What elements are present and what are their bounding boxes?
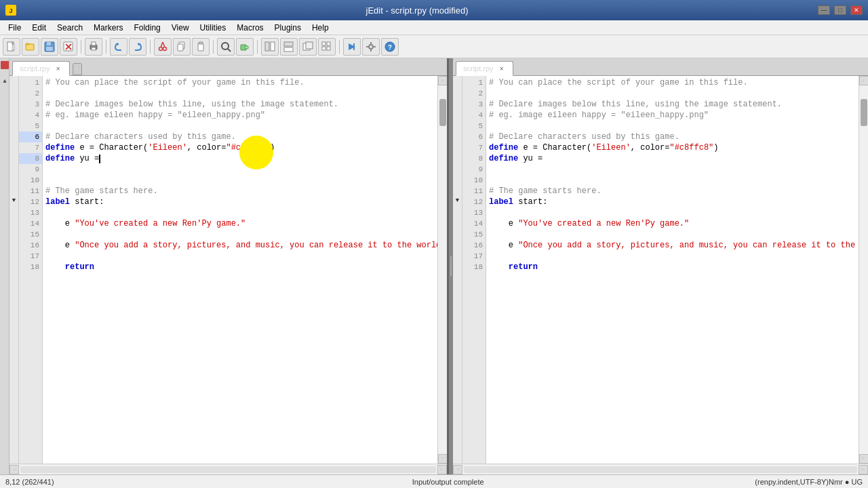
- menu-view[interactable]: View: [166, 22, 195, 34]
- h-scroll-track-right: [464, 466, 857, 473]
- left-tab-script[interactable]: script.rpy ×: [12, 61, 70, 76]
- toolbar-sep-1: [81, 40, 81, 54]
- toolbar-sep-2: [106, 40, 106, 54]
- v-scrollbar-left[interactable]: ▲ ▼: [437, 76, 447, 464]
- scroll-up-left[interactable]: ▲: [438, 76, 448, 85]
- code-line-2: [45, 88, 435, 99]
- right-code-line-4: # eg. image eileen happy = "eileen_happy…: [489, 110, 856, 121]
- svg-rect-34: [284, 47, 293, 52]
- code-line-10: [45, 175, 435, 186]
- left-tab-bar: script.rpy × ▾: [9, 58, 447, 76]
- menu-help[interactable]: Help: [307, 22, 334, 34]
- scroll-down-right[interactable]: ▼: [859, 454, 869, 464]
- menu-utilities[interactable]: Utilities: [195, 22, 232, 34]
- svg-rect-38: [327, 42, 330, 45]
- svg-rect-33: [284, 42, 293, 46]
- scroll-thumb-left[interactable]: [439, 99, 446, 126]
- menu-search[interactable]: Search: [52, 22, 88, 34]
- code-line-13: [45, 207, 435, 218]
- paste-button[interactable]: [192, 38, 210, 56]
- svg-rect-40: [327, 47, 330, 50]
- editor-panel-left: script.rpy × ▾ ▼: [9, 58, 449, 474]
- code-area-right[interactable]: # You can place the script of your game …: [486, 76, 859, 464]
- window-title: jEdit - script.rpy (modified): [16, 5, 818, 16]
- print-button[interactable]: [85, 38, 102, 56]
- titlebar: J jEdit - script.rpy (modified) — □ ✕: [0, 0, 868, 20]
- right-code-line-13: [489, 207, 856, 218]
- code-line-16: e "Once you add a story, pictures, and m…: [45, 240, 435, 251]
- copy-button[interactable]: [173, 38, 191, 56]
- left-tab-close[interactable]: ×: [54, 64, 62, 73]
- h-scrollbar-left[interactable]: ◀ ▶: [9, 464, 447, 474]
- menu-file[interactable]: File: [3, 22, 26, 34]
- right-tab-close[interactable]: ×: [498, 64, 506, 73]
- maximize-button[interactable]: □: [834, 5, 846, 15]
- svg-point-20: [163, 47, 167, 50]
- menu-markers[interactable]: Markers: [88, 22, 128, 34]
- scroll-left-left[interactable]: ◀: [9, 465, 19, 474]
- code-line-6: # Declare characters used by this game.: [45, 131, 435, 142]
- right-code-line-9: [489, 164, 856, 175]
- toolbar-sep-3: [150, 40, 151, 54]
- close-button[interactable]: ✕: [850, 5, 863, 15]
- new-button[interactable]: [3, 38, 20, 56]
- minimize-button[interactable]: —: [818, 5, 830, 15]
- v-scrollbar-right[interactable]: ▲ ▼: [859, 76, 868, 464]
- code-line-12: label start:: [45, 197, 435, 207]
- svg-rect-15: [92, 42, 96, 45]
- new-tab-button[interactable]: ▾: [73, 63, 82, 75]
- cut-button[interactable]: [154, 38, 172, 56]
- right-code-line-3: # Declare images below this line, using …: [489, 99, 856, 110]
- macro-button[interactable]: [343, 38, 361, 56]
- view-float[interactable]: [299, 38, 317, 56]
- right-code-line-8: define yu =: [489, 153, 856, 164]
- right-code-line-15: [489, 229, 856, 240]
- svg-text:J: J: [9, 7, 12, 14]
- window-controls[interactable]: — □ ✕: [818, 5, 863, 15]
- scroll-right-right[interactable]: ▶: [859, 465, 868, 474]
- scroll-thumb-right[interactable]: [861, 99, 867, 126]
- svg-line-22: [163, 42, 165, 47]
- svg-rect-16: [92, 47, 96, 50]
- plugin-button[interactable]: [236, 38, 254, 56]
- svg-rect-24: [178, 44, 183, 51]
- view-split2[interactable]: [280, 38, 298, 56]
- undo-button[interactable]: [110, 38, 127, 56]
- side-icon-file[interactable]: [1, 61, 9, 69]
- h-scrollbar-right[interactable]: ◀ ▶: [453, 464, 868, 474]
- code-area-left[interactable]: # You can place the script of your game …: [43, 76, 437, 464]
- menu-plugins[interactable]: Plugins: [269, 22, 307, 34]
- code-line-5: [45, 121, 435, 131]
- svg-rect-31: [265, 42, 269, 51]
- menu-macros[interactable]: Macros: [231, 22, 269, 34]
- open-button[interactable]: [22, 38, 39, 56]
- svg-line-21: [161, 42, 163, 47]
- svg-point-27: [222, 43, 229, 49]
- menu-edit[interactable]: Edit: [26, 22, 52, 34]
- toolbar: ?: [0, 35, 868, 58]
- help-button[interactable]: ?: [381, 38, 399, 56]
- redo-button[interactable]: [129, 38, 146, 56]
- menu-folding[interactable]: Folding: [128, 22, 165, 34]
- svg-rect-25: [198, 43, 203, 51]
- scroll-right-left[interactable]: ▶: [437, 465, 447, 474]
- save-button[interactable]: [41, 38, 58, 56]
- main-area: ▼ script.rpy × ▾: [0, 58, 868, 474]
- settings-button[interactable]: [362, 38, 380, 56]
- fold-arrow-start[interactable]: ▼: [9, 195, 18, 206]
- search-button[interactable]: [217, 38, 235, 56]
- svg-rect-30: [245, 46, 248, 49]
- scroll-down-left[interactable]: ▼: [438, 454, 448, 464]
- right-code-line-12: label start:: [489, 197, 856, 207]
- scroll-up-right[interactable]: ▲: [859, 76, 869, 85]
- scroll-left-right[interactable]: ◀: [453, 465, 462, 474]
- view-split1[interactable]: [261, 38, 279, 56]
- right-code-line-7: define e = Character('Eileen', color="#c…: [489, 142, 856, 153]
- right-tab-script[interactable]: script.rpy ×: [456, 61, 513, 76]
- svg-point-43: [369, 45, 373, 49]
- status-position: 8,12 (262/441): [5, 478, 141, 486]
- fold-arrow-right[interactable]: ▼: [453, 195, 462, 206]
- fold-indicator[interactable]: ▼: [1, 75, 8, 87]
- close-file-button[interactable]: [60, 38, 77, 56]
- view-grid[interactable]: [318, 38, 336, 56]
